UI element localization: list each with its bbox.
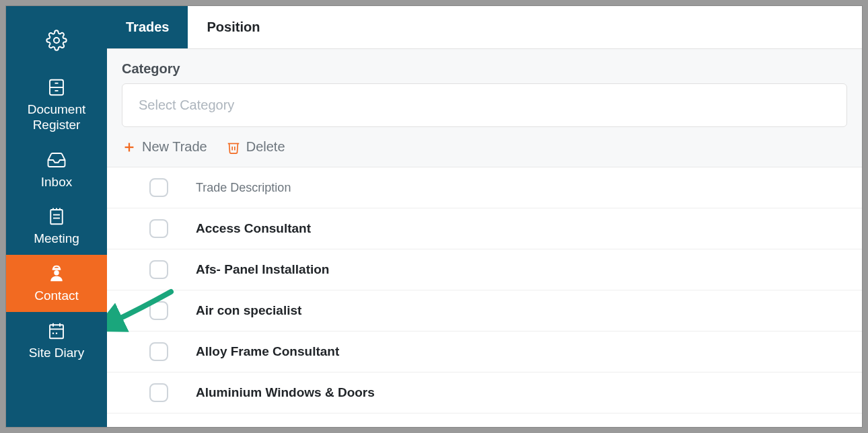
column-header-description: Trade Description	[196, 181, 847, 195]
table-row[interactable]: Aluminium Windows & Doors	[107, 372, 862, 414]
trade-list: Trade Description Access Consultant Afs-…	[107, 167, 862, 427]
file-cabinet-icon	[46, 77, 67, 98]
svg-point-0	[54, 38, 59, 43]
svg-point-12	[54, 270, 59, 276]
row-checkbox[interactable]	[149, 342, 168, 361]
tab-trades[interactable]: Trades	[107, 6, 188, 48]
row-checkbox[interactable]	[149, 219, 168, 238]
category-select[interactable]: Select Category	[122, 83, 847, 127]
sidebar: Document Register Inbox Meeting Contact	[6, 6, 107, 427]
filter-area: Category Select Category New Trade Delet…	[107, 49, 862, 167]
plus-icon	[122, 140, 137, 155]
sidebar-item-site-diary[interactable]: Site Diary	[6, 312, 107, 369]
tabs: Trades Position	[107, 6, 862, 49]
action-bar: New Trade Delete	[122, 139, 847, 155]
new-trade-button[interactable]: New Trade	[122, 139, 207, 155]
table-row[interactable]: Air con specialist	[107, 290, 862, 331]
row-checkbox[interactable]	[149, 383, 168, 402]
sidebar-item-inbox[interactable]: Inbox	[6, 141, 107, 198]
sidebar-item-meeting[interactable]: Meeting	[6, 198, 107, 255]
svg-rect-5	[50, 210, 63, 224]
inbox-icon	[46, 149, 67, 171]
delete-button[interactable]: Delete	[226, 139, 285, 155]
table-row[interactable]: Alloy Frame Consultant	[107, 331, 862, 372]
table-row[interactable]: Access Consultant	[107, 208, 862, 249]
sidebar-item-contact[interactable]: Contact	[6, 255, 107, 312]
gear-icon	[46, 30, 67, 51]
tab-position[interactable]: Position	[188, 6, 279, 48]
table-row[interactable]: Afs- Panel Installation	[107, 249, 862, 290]
delete-label: Delete	[246, 139, 285, 155]
notepad-icon	[46, 206, 67, 227]
trade-description: Afs- Panel Installation	[196, 262, 847, 277]
trash-icon	[226, 140, 241, 155]
sidebar-item-settings[interactable]	[6, 16, 107, 69]
trade-description: Alloy Frame Consultant	[196, 344, 847, 359]
select-all-checkbox[interactable]	[149, 178, 168, 197]
main-content: Trades Position Category Select Category…	[107, 6, 862, 427]
row-checkbox[interactable]	[149, 301, 168, 320]
svg-point-17	[52, 332, 55, 334]
trade-description: Access Consultant	[196, 221, 847, 236]
sidebar-item-label: Site Diary	[29, 346, 84, 361]
trade-description: Aluminium Windows & Doors	[196, 385, 847, 400]
sidebar-item-label: Document Register	[9, 102, 104, 133]
sidebar-item-label: Meeting	[34, 231, 79, 247]
calendar-icon	[46, 320, 67, 342]
row-checkbox[interactable]	[149, 260, 168, 279]
worker-icon	[46, 263, 67, 284]
sidebar-item-label: Contact	[34, 288, 78, 304]
svg-point-18	[56, 332, 58, 334]
new-trade-label: New Trade	[142, 139, 207, 155]
sidebar-item-document-register[interactable]: Document Register	[6, 69, 107, 141]
svg-rect-13	[50, 325, 63, 338]
table-header: Trade Description	[107, 167, 862, 208]
category-label: Category	[122, 61, 847, 77]
trade-description: Air con specialist	[196, 303, 847, 318]
sidebar-item-label: Inbox	[41, 175, 72, 190]
